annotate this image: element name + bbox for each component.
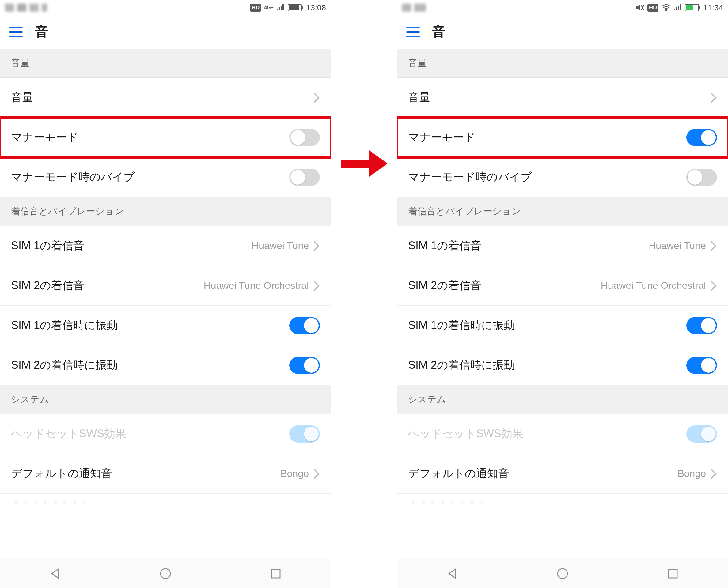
row-sim1-vibrate[interactable]: SIM 1の着信時に振動 xyxy=(0,306,331,345)
sws-toggle xyxy=(686,425,717,443)
page-title: 音 xyxy=(432,23,445,41)
nav-back-icon[interactable] xyxy=(443,564,461,583)
row-label: マナーモード時のバイブ xyxy=(11,170,289,185)
row-value: Huawei Tune Orchestral xyxy=(601,280,706,291)
battery-charging-icon xyxy=(685,4,699,11)
title-bar: 音 xyxy=(397,15,728,49)
row-sim1-vibrate[interactable]: SIM 1の着信時に振動 xyxy=(397,306,728,345)
section-system: システム xyxy=(0,385,331,414)
title-bar: 音 xyxy=(0,15,331,49)
row-volume[interactable]: 音量 xyxy=(0,78,331,118)
notif-icon xyxy=(5,4,14,12)
play-store-icon xyxy=(17,4,26,12)
row-label: マナーモード時のバイブ xyxy=(408,170,686,185)
row-sim2-ringtone[interactable]: SIM 2の着信音 Huawei Tune Orchestral xyxy=(0,266,331,306)
row-sws: ヘッドセットSWS効果 xyxy=(397,414,728,454)
hd-badge: HD xyxy=(250,4,261,12)
screenshot-before: HD 4G+ 13:08 音 音量 音量 マナーモード マナーモード時のバイブ xyxy=(0,0,331,588)
menu-icon[interactable] xyxy=(9,27,23,37)
android-nav-bar xyxy=(397,559,728,588)
android-nav-bar xyxy=(0,559,331,588)
sim2-vibrate-toggle[interactable] xyxy=(289,357,320,374)
chevron-right-icon xyxy=(313,240,320,251)
screenshot-after: HD 11:34 音 音量 音量 マナーモード xyxy=(397,0,728,588)
gmail-icon xyxy=(29,4,39,12)
row-label: マナーモード xyxy=(408,130,686,145)
row-label: 音量 xyxy=(11,90,313,105)
row-sws: ヘッドセットSWS効果 xyxy=(0,414,331,454)
nav-recents-icon[interactable] xyxy=(664,564,682,583)
row-peek: ・・・・・・・・ xyxy=(0,494,331,512)
battery-icon xyxy=(288,4,302,11)
sws-toggle xyxy=(289,425,320,443)
row-sim2-vibrate[interactable]: SIM 2の着信時に振動 xyxy=(0,345,331,385)
nav-home-icon[interactable] xyxy=(156,564,175,583)
svg-point-2 xyxy=(558,569,567,579)
row-label: デフォルトの通知音 xyxy=(11,466,280,481)
section-ring: 着信音とバイブレーション xyxy=(0,197,331,226)
row-label: ヘッドセットSWS効果 xyxy=(408,426,686,441)
manner-vibe-toggle[interactable] xyxy=(289,169,320,186)
row-label: SIM 1の着信時に振動 xyxy=(408,318,686,333)
manner-mode-toggle[interactable] xyxy=(686,129,717,146)
svg-rect-1 xyxy=(271,569,280,578)
row-label: SIM 1の着信音 xyxy=(11,238,251,253)
row-sim1-ringtone[interactable]: SIM 1の着信音 Huawei Tune xyxy=(0,226,331,266)
chevron-right-icon xyxy=(710,280,717,291)
arrow-right-icon xyxy=(337,145,392,182)
row-value: Bongo xyxy=(280,468,309,479)
row-label: SIM 1の着信時に振動 xyxy=(11,318,289,333)
row-label: マナーモード xyxy=(11,130,289,145)
signal-icon xyxy=(277,4,285,11)
chevron-right-icon xyxy=(313,468,320,479)
svg-rect-3 xyxy=(669,569,677,578)
row-manner-vibe[interactable]: マナーモード時のバイブ xyxy=(397,158,728,197)
svg-point-0 xyxy=(161,569,170,579)
nav-back-icon[interactable] xyxy=(46,564,64,583)
nav-home-icon[interactable] xyxy=(553,564,572,583)
menu-icon[interactable] xyxy=(406,27,420,37)
row-label: ヘッドセットSWS効果 xyxy=(11,426,289,441)
row-peek: ・・・・・・・・ xyxy=(397,494,728,512)
status-bar: HD 4G+ 13:08 xyxy=(0,0,331,15)
chevron-right-icon xyxy=(313,280,320,291)
wifi-icon xyxy=(662,4,671,11)
sim1-vibrate-toggle[interactable] xyxy=(289,317,320,334)
row-label: SIM 2の着信時に振動 xyxy=(408,358,686,373)
section-ring: 着信音とバイブレーション xyxy=(397,197,728,226)
row-value: Huawei Tune Orchestral xyxy=(204,280,309,291)
row-label: SIM 2の着信音 xyxy=(408,278,601,293)
row-label: SIM 2の着信音 xyxy=(11,278,204,293)
notif-icon xyxy=(414,4,426,12)
row-default-notification[interactable]: デフォルトの通知音 Bongo xyxy=(397,454,728,494)
notif-icon xyxy=(402,4,411,12)
row-volume[interactable]: 音量 xyxy=(397,78,728,118)
chevron-right-icon xyxy=(710,92,717,103)
manner-vibe-toggle[interactable] xyxy=(686,169,717,186)
signal-icon xyxy=(674,4,682,11)
section-system: システム xyxy=(397,385,728,414)
section-volume: 音量 xyxy=(397,49,728,78)
row-default-notification[interactable]: デフォルトの通知音 Bongo xyxy=(0,454,331,494)
nav-recents-icon[interactable] xyxy=(267,564,285,583)
section-volume: 音量 xyxy=(0,49,331,78)
row-value: Bongo xyxy=(678,468,706,479)
row-label: デフォルトの通知音 xyxy=(408,466,678,481)
network-4g-icon: 4G+ xyxy=(264,5,274,10)
row-manner-mode[interactable]: マナーモード xyxy=(0,118,331,158)
row-value: Huawei Tune xyxy=(649,240,706,251)
row-sim2-ringtone[interactable]: SIM 2の着信音 Huawei Tune Orchestral xyxy=(397,266,728,306)
row-label: 音量 xyxy=(408,90,710,105)
hd-badge: HD xyxy=(647,4,659,12)
mute-icon xyxy=(635,3,644,12)
row-sim2-vibrate[interactable]: SIM 2の着信時に振動 xyxy=(397,345,728,385)
page-title: 音 xyxy=(35,23,48,41)
status-clock: 11:34 xyxy=(703,3,723,13)
status-bar: HD 11:34 xyxy=(397,0,728,15)
row-manner-mode[interactable]: マナーモード xyxy=(397,118,728,158)
manner-mode-toggle[interactable] xyxy=(289,129,320,146)
row-sim1-ringtone[interactable]: SIM 1の着信音 Huawei Tune xyxy=(397,226,728,266)
row-manner-vibe[interactable]: マナーモード時のバイブ xyxy=(0,158,331,197)
sim2-vibrate-toggle[interactable] xyxy=(686,357,717,374)
sim1-vibrate-toggle[interactable] xyxy=(686,317,717,334)
